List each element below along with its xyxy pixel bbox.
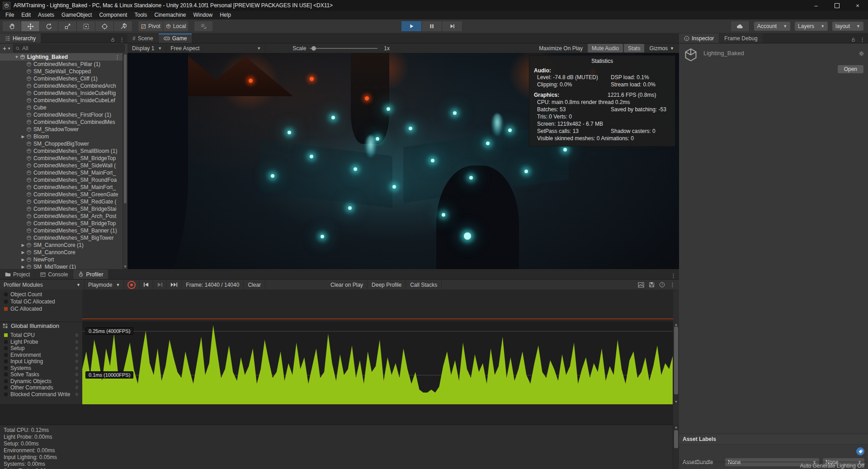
hierarchy-item[interactable]: ▶Bloom	[0, 133, 123, 140]
tab-console[interactable]: Console	[35, 270, 73, 279]
tab-game[interactable]: Game	[159, 33, 192, 43]
display-dropdown[interactable]: Display 1▼	[128, 43, 166, 53]
tab-profiler[interactable]: Profiler	[73, 270, 108, 279]
pivot-toggle[interactable]: Pivot	[138, 21, 163, 31]
hierarchy-item[interactable]: CombinedMeshes_InsideCubeRig	[0, 90, 123, 97]
hierarchy-item[interactable]: CombinedMeshes_Pillar (1)	[0, 61, 123, 68]
cloud-button[interactable]	[731, 21, 750, 31]
profiler-legend-item[interactable]: Blocked Command Write≡	[0, 391, 82, 398]
scale-slider[interactable]	[310, 48, 377, 49]
profiler-top-chart[interactable]	[82, 289, 673, 322]
deep-profile-toggle[interactable]: Deep Profile	[368, 280, 406, 290]
play-button[interactable]	[401, 21, 422, 31]
step-button[interactable]	[442, 21, 462, 31]
menu-assets[interactable]: Assets	[34, 11, 58, 19]
hierarchy-item[interactable]: CombinedMeshes_SM_BridgeStai	[0, 205, 123, 213]
hierarchy-item[interactable]: CombinedMeshes_SM_MainFort_	[0, 184, 123, 191]
hierarchy-item[interactable]: ▶SM_CannonCore	[0, 249, 123, 256]
lock-icon[interactable]	[851, 37, 856, 43]
tab-frame-debug[interactable]: Frame Debug	[719, 33, 762, 43]
gi-module-header[interactable]: Global Illumination	[0, 321, 82, 331]
profiler-legend-item[interactable]: GC Allocated	[0, 305, 82, 313]
profiler-legend-item[interactable]: Light Probe≡	[0, 339, 82, 346]
profiler-legend-item[interactable]: Dynamic Objects≡	[0, 378, 82, 385]
hierarchy-scrollbar[interactable]: ▼	[123, 53, 127, 269]
hierarchy-item[interactable]: CombinedMeshes_Cliff (1)	[0, 75, 123, 82]
details-scrollbar[interactable]: ▲	[673, 425, 679, 469]
hierarchy-item[interactable]: CombinedMeshes_SM_Banner (1)	[0, 227, 123, 234]
profiler-legend-item[interactable]: Other Commands≡	[0, 384, 82, 391]
move-tool-icon[interactable]	[21, 21, 40, 31]
profiler-legend-item[interactable]: Setup≡	[0, 345, 82, 352]
hierarchy-search-input[interactable]: All	[13, 44, 125, 52]
profiler-legend-item[interactable]: Solve Tasks≡	[0, 371, 82, 378]
profiler-legend-item[interactable]: Systems≡	[0, 365, 82, 372]
menu-component[interactable]: Component	[95, 11, 131, 19]
help-icon[interactable]: ?	[659, 282, 665, 288]
record-button[interactable]	[124, 280, 140, 290]
scale-tool-icon[interactable]	[58, 21, 77, 31]
call-stacks-toggle[interactable]: Call Stacks	[406, 280, 442, 290]
menu-tools[interactable]: Tools	[131, 11, 151, 19]
load-profile-icon[interactable]	[638, 282, 644, 288]
profiler-legend-item[interactable]: Environment≡	[0, 352, 82, 359]
hierarchy-item[interactable]: SM_SideWall_Chopped	[0, 68, 123, 75]
account-dropdown[interactable]: Account▼	[754, 22, 790, 31]
menu-gameobject[interactable]: GameObject	[58, 11, 95, 19]
clear-on-play-toggle[interactable]: Clear on Play	[326, 280, 368, 290]
profiler-legend-item[interactable]: Total CPU≡	[0, 332, 82, 339]
panel-menu-icon[interactable]: ⋮	[670, 281, 675, 288]
hierarchy-item[interactable]: CombinedMeshes_InsideCubeLef	[0, 97, 123, 104]
maximize-on-play-toggle[interactable]: Maximize On Play	[535, 44, 587, 52]
tab-project[interactable]: Project	[0, 270, 35, 279]
profiler-legend-item[interactable]: Total GC Allocated	[0, 298, 82, 305]
close-button[interactable]: ×	[847, 0, 868, 11]
hierarchy-item[interactable]: CombinedMeshes_CombinedMes	[0, 118, 123, 126]
save-profile-icon[interactable]	[649, 282, 655, 288]
label-tag-button[interactable]	[856, 447, 864, 455]
aspect-dropdown[interactable]: Free Aspect▼	[166, 43, 265, 53]
hierarchy-item[interactable]: ▶NewFort	[0, 256, 123, 263]
panel-menu-icon[interactable]: ⋮	[119, 36, 125, 43]
create-add-button[interactable]: +▼	[3, 45, 11, 52]
hierarchy-item[interactable]: Cube	[0, 104, 123, 111]
first-frame-button[interactable]	[140, 280, 153, 290]
panel-menu-icon[interactable]: ⋮	[859, 36, 865, 43]
hierarchy-item[interactable]: CombinedMeshes_SM_BigTower	[0, 234, 123, 242]
menu-file[interactable]: File	[2, 11, 18, 19]
menu-window[interactable]: Window	[190, 11, 217, 19]
local-toggle[interactable]: Local	[163, 21, 189, 31]
hierarchy-item[interactable]: CombinedMeshes_SM_SideWall (	[0, 162, 123, 169]
profiler-modules-dropdown[interactable]: Profiler Modules▼	[0, 280, 85, 290]
custom-tool-icon[interactable]	[114, 21, 132, 31]
rect-tool-icon[interactable]	[77, 21, 95, 31]
expand-arrow-icon[interactable]: ▼	[14, 55, 20, 59]
hierarchy-item[interactable]: CombinedMeshes_SM_BridgeTop	[0, 155, 123, 162]
hierarchy-root-item[interactable]: ▼ Lighting_Baked ⋮	[0, 53, 123, 61]
hierarchy-item[interactable]: CombinedMeshes_SM_Arch_Post	[0, 213, 123, 220]
hierarchy-item[interactable]: ▶SM_CannonCore (1)	[0, 242, 123, 249]
hierarchy-item[interactable]: CombinedMeshes_SM_MainFort_	[0, 169, 123, 176]
layers-dropdown[interactable]: Layers▼	[795, 22, 828, 31]
lock-icon[interactable]	[110, 37, 115, 43]
hierarchy-item[interactable]: ▶SM_MidTower (1)	[0, 263, 123, 269]
menu-help[interactable]: Help	[216, 11, 235, 19]
profiler-mode-dropdown[interactable]: Playmode▼	[85, 280, 124, 290]
hierarchy-item[interactable]: CombinedMeshes_SM_BridgeTop	[0, 220, 123, 227]
panel-menu-icon[interactable]: ⋮	[670, 272, 676, 279]
hierarchy-item[interactable]: CombinedMeshes_SM_RedGate (	[0, 198, 123, 205]
open-button[interactable]: Open	[838, 65, 863, 73]
stats-toggle[interactable]: Stats	[624, 44, 644, 52]
maximize-button[interactable]	[826, 0, 847, 11]
hand-tool-icon[interactable]	[3, 21, 21, 31]
chart-scrollbar[interactable]: ▲ ▼	[673, 322, 679, 404]
gear-icon[interactable]	[859, 51, 864, 57]
mute-audio-toggle[interactable]: Mute Audio	[588, 44, 623, 52]
pause-button[interactable]	[422, 21, 442, 31]
profiler-legend-item[interactable]: Input Lighting≡	[0, 358, 82, 365]
next-frame-button[interactable]	[153, 280, 167, 290]
gizmos-dropdown[interactable]: Gizmos▼	[645, 44, 678, 52]
profiler-legend-item[interactable]: Object Count	[0, 291, 82, 298]
hierarchy-item[interactable]: CombinedMeshes_SmallBloom (1)	[0, 147, 123, 155]
grid-snap-icon[interactable]	[194, 21, 212, 31]
